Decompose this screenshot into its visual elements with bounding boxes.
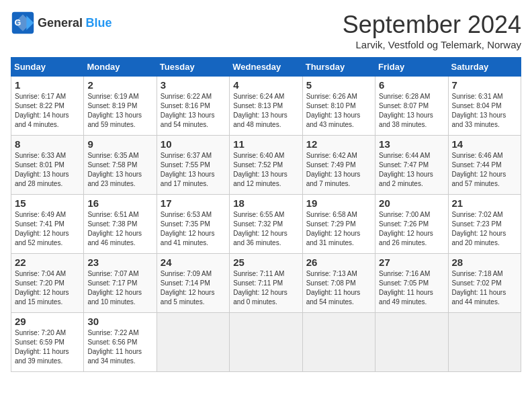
calendar-cell: 20Sunrise: 7:00 AM Sunset: 7:26 PM Dayli… <box>375 195 448 254</box>
day-number: 6 <box>379 79 444 91</box>
day-number: 28 <box>452 257 517 268</box>
calendar-cell: 28Sunrise: 7:18 AM Sunset: 7:02 PM Dayli… <box>448 254 521 313</box>
day-number: 1 <box>15 79 80 91</box>
day-info: Sunrise: 6:58 AM Sunset: 7:29 PM Dayligh… <box>306 210 371 248</box>
calendar-title: September 2024 <box>343 11 521 39</box>
day-info: Sunrise: 6:31 AM Sunset: 8:04 PM Dayligh… <box>452 92 517 130</box>
calendar-cell: 26Sunrise: 7:13 AM Sunset: 7:08 PM Dayli… <box>302 254 375 313</box>
day-info: Sunrise: 6:49 AM Sunset: 7:41 PM Dayligh… <box>15 210 80 248</box>
day-info: Sunrise: 7:09 AM Sunset: 7:14 PM Dayligh… <box>161 269 226 307</box>
calendar-cell: 7Sunrise: 6:31 AM Sunset: 8:04 PM Daylig… <box>448 77 521 136</box>
day-number: 11 <box>233 138 298 150</box>
day-info: Sunrise: 6:19 AM Sunset: 8:19 PM Dayligh… <box>87 92 152 130</box>
calendar-subtitle: Larvik, Vestfold og Telemark, Norway <box>343 39 521 50</box>
calendar-cell: 9Sunrise: 6:35 AM Sunset: 7:58 PM Daylig… <box>84 136 157 195</box>
calendar-cell: 11Sunrise: 6:40 AM Sunset: 7:52 PM Dayli… <box>230 136 302 195</box>
day-number: 2 <box>87 79 152 91</box>
day-number: 12 <box>306 138 371 150</box>
day-info: Sunrise: 7:00 AM Sunset: 7:26 PM Dayligh… <box>379 210 444 248</box>
calendar-cell: 5Sunrise: 6:26 AM Sunset: 8:10 PM Daylig… <box>302 77 375 136</box>
day-info: Sunrise: 7:22 AM Sunset: 6:56 PM Dayligh… <box>87 328 152 366</box>
svg-text:G: G <box>14 18 21 28</box>
title-block: September 2024 Larvik, Vestfold og Telem… <box>343 11 521 50</box>
day-number: 10 <box>161 138 226 150</box>
day-info: Sunrise: 6:44 AM Sunset: 7:47 PM Dayligh… <box>379 151 444 189</box>
calendar-cell <box>230 313 302 372</box>
day-number: 23 <box>87 257 152 268</box>
day-number: 22 <box>15 257 80 268</box>
calendar-header-saturday: Saturday <box>448 58 521 77</box>
day-info: Sunrise: 6:55 AM Sunset: 7:32 PM Dayligh… <box>233 210 298 248</box>
calendar-cell: 17Sunrise: 6:53 AM Sunset: 7:35 PM Dayli… <box>157 195 229 254</box>
day-number: 15 <box>15 197 80 209</box>
day-info: Sunrise: 6:24 AM Sunset: 8:13 PM Dayligh… <box>233 92 298 130</box>
calendar-header-monday: Monday <box>84 58 157 77</box>
calendar-cell: 25Sunrise: 7:11 AM Sunset: 7:11 PM Dayli… <box>230 254 302 313</box>
day-number: 20 <box>379 197 444 209</box>
calendar-week-2: 8Sunrise: 6:33 AM Sunset: 8:01 PM Daylig… <box>11 136 521 195</box>
day-number: 7 <box>452 79 517 91</box>
day-info: Sunrise: 7:07 AM Sunset: 7:17 PM Dayligh… <box>87 269 152 307</box>
calendar-cell: 4Sunrise: 6:24 AM Sunset: 8:13 PM Daylig… <box>230 77 302 136</box>
day-number: 9 <box>87 138 152 150</box>
logo-text: General Blue <box>38 16 112 30</box>
calendar-cell: 30Sunrise: 7:22 AM Sunset: 6:56 PM Dayli… <box>84 313 157 372</box>
page-header: G General Blue September 2024 Larvik, Ve… <box>11 11 521 50</box>
day-info: Sunrise: 6:17 AM Sunset: 8:22 PM Dayligh… <box>15 92 80 130</box>
calendar-header-friday: Friday <box>375 58 448 77</box>
day-number: 14 <box>452 138 517 150</box>
logo-icon: G <box>11 11 35 35</box>
day-info: Sunrise: 6:37 AM Sunset: 7:55 PM Dayligh… <box>161 151 226 189</box>
calendar-cell <box>375 313 448 372</box>
calendar-header-thursday: Thursday <box>302 58 375 77</box>
day-info: Sunrise: 6:22 AM Sunset: 8:16 PM Dayligh… <box>161 92 226 130</box>
calendar-cell: 14Sunrise: 6:46 AM Sunset: 7:44 PM Dayli… <box>448 136 521 195</box>
calendar-cell: 18Sunrise: 6:55 AM Sunset: 7:32 PM Dayli… <box>230 195 302 254</box>
calendar-cell <box>302 313 375 372</box>
day-info: Sunrise: 7:18 AM Sunset: 7:02 PM Dayligh… <box>452 269 517 307</box>
day-number: 19 <box>306 197 371 209</box>
day-info: Sunrise: 6:46 AM Sunset: 7:44 PM Dayligh… <box>452 151 517 189</box>
day-number: 18 <box>233 197 298 209</box>
day-info: Sunrise: 6:42 AM Sunset: 7:49 PM Dayligh… <box>306 151 371 189</box>
day-number: 3 <box>161 79 226 91</box>
day-number: 4 <box>233 79 298 91</box>
calendar-cell <box>157 313 229 372</box>
day-number: 27 <box>379 257 444 268</box>
logo: G General Blue <box>11 11 112 35</box>
logo-blue: Blue <box>86 16 112 30</box>
calendar-cell: 13Sunrise: 6:44 AM Sunset: 7:47 PM Dayli… <box>375 136 448 195</box>
calendar-cell: 1Sunrise: 6:17 AM Sunset: 8:22 PM Daylig… <box>11 77 84 136</box>
day-info: Sunrise: 7:02 AM Sunset: 7:23 PM Dayligh… <box>452 210 517 248</box>
day-info: Sunrise: 7:20 AM Sunset: 6:59 PM Dayligh… <box>15 328 80 366</box>
day-number: 29 <box>15 316 80 327</box>
calendar-week-3: 15Sunrise: 6:49 AM Sunset: 7:41 PM Dayli… <box>11 195 521 254</box>
calendar-week-4: 22Sunrise: 7:04 AM Sunset: 7:20 PM Dayli… <box>11 254 521 313</box>
day-info: Sunrise: 7:04 AM Sunset: 7:20 PM Dayligh… <box>15 269 80 307</box>
day-number: 5 <box>306 79 371 91</box>
day-info: Sunrise: 6:26 AM Sunset: 8:10 PM Dayligh… <box>306 92 371 130</box>
day-info: Sunrise: 6:28 AM Sunset: 8:07 PM Dayligh… <box>379 92 444 130</box>
calendar-cell: 29Sunrise: 7:20 AM Sunset: 6:59 PM Dayli… <box>11 313 84 372</box>
calendar-cell: 3Sunrise: 6:22 AM Sunset: 8:16 PM Daylig… <box>157 77 229 136</box>
day-number: 17 <box>161 197 226 209</box>
calendar-cell: 16Sunrise: 6:51 AM Sunset: 7:38 PM Dayli… <box>84 195 157 254</box>
day-number: 24 <box>161 257 226 268</box>
day-number: 26 <box>306 257 371 268</box>
calendar-cell: 24Sunrise: 7:09 AM Sunset: 7:14 PM Dayli… <box>157 254 229 313</box>
calendar-header-sunday: Sunday <box>11 58 84 77</box>
day-info: Sunrise: 6:33 AM Sunset: 8:01 PM Dayligh… <box>15 151 80 189</box>
day-info: Sunrise: 7:16 AM Sunset: 7:05 PM Dayligh… <box>379 269 444 307</box>
calendar-cell: 15Sunrise: 6:49 AM Sunset: 7:41 PM Dayli… <box>11 195 84 254</box>
day-info: Sunrise: 7:11 AM Sunset: 7:11 PM Dayligh… <box>233 269 298 307</box>
day-number: 8 <box>15 138 80 150</box>
calendar-week-1: 1Sunrise: 6:17 AM Sunset: 8:22 PM Daylig… <box>11 77 521 136</box>
calendar-header-wednesday: Wednesday <box>230 58 302 77</box>
calendar-cell: 19Sunrise: 6:58 AM Sunset: 7:29 PM Dayli… <box>302 195 375 254</box>
day-info: Sunrise: 6:51 AM Sunset: 7:38 PM Dayligh… <box>87 210 152 248</box>
day-info: Sunrise: 7:13 AM Sunset: 7:08 PM Dayligh… <box>306 269 371 307</box>
day-info: Sunrise: 6:53 AM Sunset: 7:35 PM Dayligh… <box>161 210 226 248</box>
calendar-cell: 23Sunrise: 7:07 AM Sunset: 7:17 PM Dayli… <box>84 254 157 313</box>
calendar-cell: 6Sunrise: 6:28 AM Sunset: 8:07 PM Daylig… <box>375 77 448 136</box>
day-number: 13 <box>379 138 444 150</box>
